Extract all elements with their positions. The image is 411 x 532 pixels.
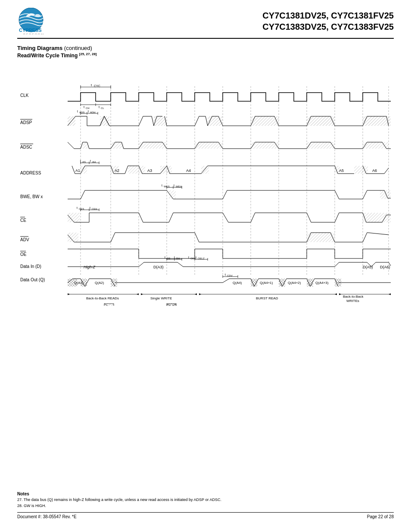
- svg-rect-94: [363, 166, 368, 174]
- footer-notes: Notes 27. The data bus (Q) remains in hi…: [17, 491, 394, 509]
- svg-rect-4: [18, 65, 393, 306]
- svg-text:CDV: CDV: [227, 274, 233, 277]
- footer-bottom: Document #: 38-05547 Rev. *E Page 22 of …: [17, 512, 394, 519]
- svg-rect-116: [363, 213, 391, 222]
- svg-text:ADS: ADS: [79, 111, 84, 114]
- svg-text:DON'T CARE: DON'T CARE: [115, 305, 140, 306]
- svg-rect-67: [251, 142, 279, 149]
- svg-text:t: t: [174, 256, 175, 259]
- svg-text:High-Z: High-Z: [84, 265, 96, 269]
- svg-text:CL: CL: [101, 107, 104, 109]
- svg-text:DH: DH: [176, 257, 180, 260]
- svg-text:Q(A4+3): Q(A4+3): [315, 281, 329, 285]
- svg-rect-118: [307, 233, 335, 242]
- svg-rect-61: [307, 116, 335, 126]
- svg-rect-82: [111, 166, 118, 174]
- svg-text:A4: A4: [186, 168, 191, 173]
- svg-rect-92: [354, 166, 363, 174]
- svg-text:CES: CES: [79, 208, 84, 210]
- svg-text:D(A3): D(A3): [153, 265, 164, 269]
- svg-text:ADDRESS: ADDRESS: [20, 171, 41, 175]
- svg-text:Data In (D): Data In (D): [20, 264, 41, 269]
- svg-text:t: t: [77, 110, 78, 113]
- svg-text:Q(A4): Q(A4): [233, 281, 242, 285]
- note-28: 28. GW is HIGH.: [17, 503, 394, 509]
- svg-text:A6: A6: [372, 168, 377, 173]
- svg-text:t: t: [88, 110, 89, 113]
- svg-rect-105: [380, 190, 391, 199]
- chip-title-line1: CY7C1381DV25, CY7C1381FV25: [262, 10, 394, 21]
- svg-rect-89: [201, 166, 209, 174]
- svg-rect-88: [167, 166, 172, 174]
- svg-text:DS: DS: [167, 257, 170, 260]
- timing-diagram-svg: CLK ADSP ADSC ADDRESS BWE, BW x CE ADV O…: [18, 65, 393, 306]
- timing-diagram: CLK ADSP ADSC ADDRESS BWE, BW x CE ADV O…: [18, 65, 393, 306]
- svg-text:Q(A2): Q(A2): [95, 281, 104, 285]
- svg-text:Single WRITE: Single WRITE: [150, 296, 172, 300]
- doc-number: Document #: 38-05547 Rev. *E: [17, 514, 77, 519]
- svg-text:t: t: [90, 206, 90, 209]
- svg-rect-91: [335, 166, 340, 174]
- section-title: Timing Diagrams (continued): [17, 45, 394, 51]
- svg-text:Back-to-Back READs: Back-to-Back READs: [86, 296, 119, 300]
- svg-text:CLK: CLK: [20, 93, 29, 98]
- svg-text:CH: CH: [86, 107, 90, 109]
- svg-text:OELZ: OELZ: [198, 257, 205, 260]
- logo-area: CYPRESS PERFORM: [17, 8, 56, 34]
- svg-text:t: t: [174, 184, 174, 187]
- svg-rect-63: [83, 142, 89, 149]
- svg-text:t: t: [80, 159, 81, 162]
- svg-rect-68: [307, 142, 335, 149]
- svg-text:Q(A4+2): Q(A4+2): [288, 281, 301, 285]
- page-header: CYPRESS PERFORM CY7C1381DV25, CY7C1381FV…: [17, 8, 394, 39]
- notes-title: Notes: [17, 491, 394, 497]
- svg-rect-60: [251, 116, 279, 126]
- svg-text:ADSC: ADSC: [20, 145, 32, 149]
- header-title: CY7C1381DV25, CY7C1381FV25 CY7C1383DV25,…: [262, 10, 394, 32]
- svg-rect-80: [81, 166, 87, 174]
- svg-text:CYC: CYC: [94, 84, 100, 87]
- svg-text:ADH: ADH: [90, 111, 96, 114]
- svg-text:D(A5): D(A5): [363, 265, 373, 269]
- svg-text:t: t: [90, 159, 91, 162]
- svg-text:ADSP: ADSP: [20, 120, 32, 125]
- svg-rect-57: [100, 116, 109, 126]
- cypress-logo: CYPRESS PERFORM: [17, 8, 56, 34]
- footer: Notes 27. The data bus (Q) remains in hi…: [17, 491, 394, 519]
- svg-text:OEH: OEH: [190, 257, 196, 260]
- svg-text:t: t: [188, 256, 189, 259]
- svg-text:BURST READ: BURST READ: [256, 296, 278, 300]
- svg-rect-115: [68, 213, 80, 222]
- svg-text:WES: WES: [164, 185, 170, 188]
- svg-text:OE: OE: [20, 252, 27, 257]
- subsection-title: Read/Write Cycle Timing [25, 27, 28]: [17, 52, 394, 59]
- svg-text:WEH: WEH: [176, 185, 182, 188]
- svg-text:PERFORM: PERFORM: [23, 33, 44, 34]
- svg-text:AS: AS: [82, 161, 86, 163]
- svg-text:AH: AH: [92, 161, 96, 163]
- svg-text:ADV: ADV: [20, 237, 29, 242]
- page-number: Page 22 of 28: [367, 514, 394, 519]
- svg-rect-65: [139, 142, 167, 149]
- svg-rect-83: [128, 166, 139, 174]
- svg-text:D(A6): D(A6): [380, 265, 390, 269]
- svg-text:CEH: CEH: [92, 208, 97, 210]
- note-27: 27. The data bus (Q) remains in high-Z f…: [17, 497, 394, 503]
- svg-text:UNDEFINED: UNDEFINED: [178, 305, 201, 306]
- svg-rect-150: [81, 279, 87, 286]
- svg-text:Q(A4+1): Q(A4+1): [260, 281, 273, 285]
- svg-text:Data Out (Q): Data Out (Q): [20, 277, 45, 282]
- svg-text:Back-to-Back: Back-to-Back: [343, 295, 364, 299]
- chip-title-line2: CY7C1383DV25, CY7C1383FV25: [262, 21, 394, 32]
- svg-text:t: t: [165, 256, 165, 259]
- svg-text:BWE, BW  x: BWE, BW x: [20, 194, 43, 199]
- svg-text:A1: A1: [75, 168, 80, 173]
- svg-text:WRITEs: WRITEs: [346, 299, 359, 303]
- svg-text:t: t: [225, 273, 226, 276]
- svg-text:t: t: [77, 206, 78, 209]
- svg-text:t: t: [162, 184, 162, 187]
- svg-rect-66: [195, 142, 223, 149]
- svg-rect-104: [169, 190, 176, 199]
- svg-text:CE: CE: [20, 218, 26, 223]
- svg-rect-85: [139, 166, 145, 174]
